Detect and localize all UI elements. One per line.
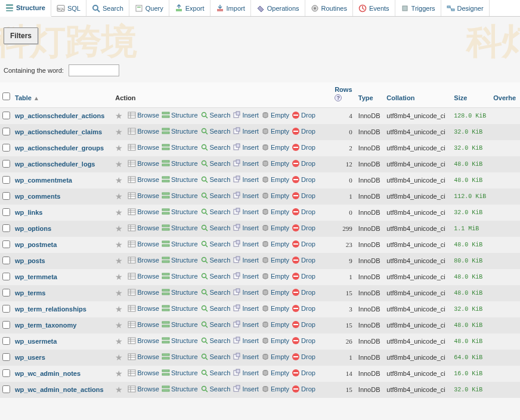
tab-triggers[interactable]: Triggers xyxy=(395,0,441,16)
empty-link[interactable]: Empty xyxy=(261,272,289,280)
search-link[interactable]: Search xyxy=(200,353,231,361)
drop-link[interactable]: Drop xyxy=(292,127,315,135)
table-name-link[interactable]: wp_actionscheduler_groups xyxy=(15,144,104,152)
structure-link[interactable]: Structure xyxy=(162,320,198,329)
row-checkbox[interactable] xyxy=(2,321,10,329)
browse-link[interactable]: Browse xyxy=(128,208,159,216)
search-link[interactable]: Search xyxy=(200,304,231,313)
search-link[interactable]: Search xyxy=(200,208,231,216)
search-link[interactable]: Search xyxy=(200,240,231,248)
insert-link[interactable]: Insert xyxy=(233,288,259,297)
browse-link[interactable]: Browse xyxy=(128,224,159,232)
table-name-link[interactable]: wp_wc_admin_note_actions xyxy=(15,386,104,393)
drop-link[interactable]: Drop xyxy=(292,192,315,200)
col-collation[interactable]: Collation xyxy=(384,82,451,108)
row-checkbox[interactable] xyxy=(2,305,10,313)
insert-link[interactable]: Insert xyxy=(233,208,259,216)
browse-link[interactable]: Browse xyxy=(128,127,159,135)
browse-link[interactable]: Browse xyxy=(128,304,159,313)
structure-link[interactable]: Structure xyxy=(162,208,198,216)
row-checkbox[interactable] xyxy=(2,385,10,393)
structure-link[interactable]: Structure xyxy=(162,304,198,313)
browse-link[interactable]: Browse xyxy=(128,369,159,377)
insert-link[interactable]: Insert xyxy=(233,240,259,248)
tab-query[interactable]: Query xyxy=(129,0,169,16)
insert-link[interactable]: Insert xyxy=(233,272,259,280)
drop-link[interactable]: Drop xyxy=(292,111,315,119)
favorite-star-icon[interactable]: ★ xyxy=(113,269,125,285)
browse-link[interactable]: Browse xyxy=(128,192,159,200)
search-link[interactable]: Search xyxy=(200,143,231,152)
favorite-star-icon[interactable]: ★ xyxy=(113,366,125,382)
tab-events[interactable]: Events xyxy=(353,0,395,16)
browse-link[interactable]: Browse xyxy=(128,320,159,329)
empty-link[interactable]: Empty xyxy=(261,175,289,184)
search-link[interactable]: Search xyxy=(200,111,231,119)
search-link[interactable]: Search xyxy=(200,288,231,297)
browse-link[interactable]: Browse xyxy=(128,272,159,280)
table-name-link[interactable]: wp_usermeta xyxy=(15,338,57,345)
table-name-link[interactable]: wp_termmeta xyxy=(15,273,57,280)
browse-link[interactable]: Browse xyxy=(128,288,159,297)
col-type[interactable]: Type xyxy=(356,82,384,108)
favorite-star-icon[interactable]: ★ xyxy=(113,221,125,237)
table-name-link[interactable]: wp_posts xyxy=(15,257,45,264)
tab-export[interactable]: Export xyxy=(169,0,211,16)
table-name-link[interactable]: wp_links xyxy=(15,209,42,216)
structure-link[interactable]: Structure xyxy=(162,353,198,361)
row-checkbox[interactable] xyxy=(2,337,10,345)
drop-link[interactable]: Drop xyxy=(292,224,315,232)
table-name-link[interactable]: wp_comments xyxy=(15,193,60,200)
structure-link[interactable]: Structure xyxy=(162,256,198,264)
empty-link[interactable]: Empty xyxy=(261,208,289,216)
insert-link[interactable]: Insert xyxy=(233,304,259,313)
favorite-star-icon[interactable]: ★ xyxy=(113,108,125,124)
empty-link[interactable]: Empty xyxy=(261,256,289,264)
row-checkbox[interactable] xyxy=(2,128,10,135)
table-name-link[interactable]: wp_term_taxonomy xyxy=(15,322,76,329)
tab-designer[interactable]: Designer xyxy=(441,0,490,16)
row-checkbox[interactable] xyxy=(2,176,10,184)
table-name-link[interactable]: wp_wc_admin_notes xyxy=(15,370,81,377)
structure-link[interactable]: Structure xyxy=(162,192,198,200)
insert-link[interactable]: Insert xyxy=(233,320,259,329)
favorite-star-icon[interactable]: ★ xyxy=(113,285,125,301)
browse-link[interactable]: Browse xyxy=(128,143,159,152)
drop-link[interactable]: Drop xyxy=(292,240,315,248)
row-checkbox[interactable] xyxy=(2,160,10,168)
drop-link[interactable]: Drop xyxy=(292,159,315,168)
col-overhead[interactable]: Overhe xyxy=(491,82,520,108)
browse-link[interactable]: Browse xyxy=(128,336,159,345)
insert-link[interactable]: Insert xyxy=(233,369,259,377)
favorite-star-icon[interactable]: ★ xyxy=(113,301,125,317)
search-link[interactable]: Search xyxy=(200,127,231,135)
favorite-star-icon[interactable]: ★ xyxy=(113,205,125,221)
structure-link[interactable]: Structure xyxy=(162,369,198,377)
empty-link[interactable]: Empty xyxy=(261,336,289,345)
insert-link[interactable]: Insert xyxy=(233,385,259,393)
empty-link[interactable]: Empty xyxy=(261,111,289,119)
drop-link[interactable]: Drop xyxy=(292,336,315,345)
table-name-link[interactable]: wp_actionscheduler_actions xyxy=(15,112,104,119)
structure-link[interactable]: Structure xyxy=(162,111,198,119)
favorite-star-icon[interactable]: ★ xyxy=(113,333,125,350)
search-link[interactable]: Search xyxy=(200,385,231,393)
browse-link[interactable]: Browse xyxy=(128,353,159,361)
row-checkbox[interactable] xyxy=(2,369,10,377)
structure-link[interactable]: Structure xyxy=(162,127,198,135)
drop-link[interactable]: Drop xyxy=(292,353,315,361)
drop-link[interactable]: Drop xyxy=(292,256,315,264)
help-icon[interactable]: ? xyxy=(335,94,342,101)
browse-link[interactable]: Browse xyxy=(128,256,159,264)
browse-link[interactable]: Browse xyxy=(128,385,159,393)
insert-link[interactable]: Insert xyxy=(233,336,259,345)
insert-link[interactable]: Insert xyxy=(233,353,259,361)
drop-link[interactable]: Drop xyxy=(292,272,315,280)
structure-link[interactable]: Structure xyxy=(162,385,198,393)
filter-input[interactable] xyxy=(69,64,119,76)
tab-structure[interactable]: Structure xyxy=(0,0,51,17)
structure-link[interactable]: Structure xyxy=(162,336,198,345)
row-checkbox[interactable] xyxy=(2,273,10,280)
tab-search[interactable]: Search xyxy=(86,0,129,16)
search-link[interactable]: Search xyxy=(200,320,231,329)
